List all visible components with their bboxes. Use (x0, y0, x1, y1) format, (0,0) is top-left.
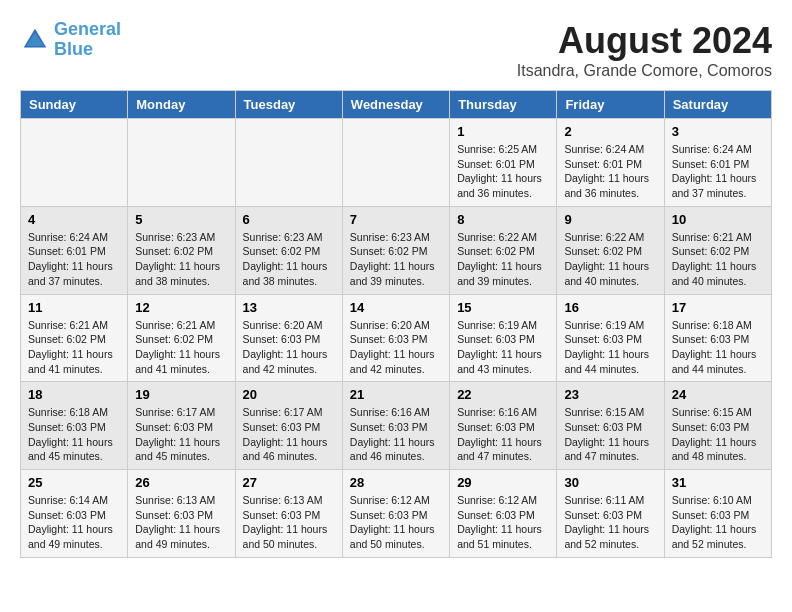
day-number: 31 (672, 475, 764, 490)
calendar-cell: 31Sunrise: 6:10 AMSunset: 6:03 PMDayligh… (664, 470, 771, 558)
day-info: Sunrise: 6:15 AMSunset: 6:03 PMDaylight:… (672, 405, 764, 464)
day-info: Sunrise: 6:13 AMSunset: 6:03 PMDaylight:… (243, 493, 335, 552)
day-info: Sunrise: 6:22 AMSunset: 6:02 PMDaylight:… (457, 230, 549, 289)
day-number: 5 (135, 212, 227, 227)
location: Itsandra, Grande Comore, Comoros (517, 62, 772, 80)
calendar-cell: 3Sunrise: 6:24 AMSunset: 6:01 PMDaylight… (664, 119, 771, 207)
calendar-cell: 8Sunrise: 6:22 AMSunset: 6:02 PMDaylight… (450, 206, 557, 294)
weekday-header-tuesday: Tuesday (235, 91, 342, 119)
calendar-cell: 13Sunrise: 6:20 AMSunset: 6:03 PMDayligh… (235, 294, 342, 382)
day-number: 22 (457, 387, 549, 402)
day-number: 18 (28, 387, 120, 402)
day-info: Sunrise: 6:18 AMSunset: 6:03 PMDaylight:… (28, 405, 120, 464)
day-info: Sunrise: 6:15 AMSunset: 6:03 PMDaylight:… (564, 405, 656, 464)
day-info: Sunrise: 6:24 AMSunset: 6:01 PMDaylight:… (28, 230, 120, 289)
day-info: Sunrise: 6:21 AMSunset: 6:02 PMDaylight:… (672, 230, 764, 289)
day-number: 6 (243, 212, 335, 227)
month-year: August 2024 (517, 20, 772, 62)
day-number: 7 (350, 212, 442, 227)
page-header: General Blue August 2024 Itsandra, Grand… (20, 20, 772, 80)
logo-icon (20, 25, 50, 55)
day-number: 11 (28, 300, 120, 315)
day-number: 13 (243, 300, 335, 315)
day-info: Sunrise: 6:18 AMSunset: 6:03 PMDaylight:… (672, 318, 764, 377)
calendar-cell: 30Sunrise: 6:11 AMSunset: 6:03 PMDayligh… (557, 470, 664, 558)
day-info: Sunrise: 6:12 AMSunset: 6:03 PMDaylight:… (457, 493, 549, 552)
calendar-cell: 28Sunrise: 6:12 AMSunset: 6:03 PMDayligh… (342, 470, 449, 558)
day-info: Sunrise: 6:19 AMSunset: 6:03 PMDaylight:… (564, 318, 656, 377)
weekday-header-sunday: Sunday (21, 91, 128, 119)
calendar-cell: 29Sunrise: 6:12 AMSunset: 6:03 PMDayligh… (450, 470, 557, 558)
calendar-header: SundayMondayTuesdayWednesdayThursdayFrid… (21, 91, 772, 119)
calendar-cell: 24Sunrise: 6:15 AMSunset: 6:03 PMDayligh… (664, 382, 771, 470)
calendar-cell: 14Sunrise: 6:20 AMSunset: 6:03 PMDayligh… (342, 294, 449, 382)
calendar-cell: 10Sunrise: 6:21 AMSunset: 6:02 PMDayligh… (664, 206, 771, 294)
day-number: 29 (457, 475, 549, 490)
day-info: Sunrise: 6:16 AMSunset: 6:03 PMDaylight:… (350, 405, 442, 464)
calendar-cell: 15Sunrise: 6:19 AMSunset: 6:03 PMDayligh… (450, 294, 557, 382)
week-row-4: 18Sunrise: 6:18 AMSunset: 6:03 PMDayligh… (21, 382, 772, 470)
day-info: Sunrise: 6:21 AMSunset: 6:02 PMDaylight:… (28, 318, 120, 377)
calendar-cell (21, 119, 128, 207)
calendar-cell: 7Sunrise: 6:23 AMSunset: 6:02 PMDaylight… (342, 206, 449, 294)
day-info: Sunrise: 6:17 AMSunset: 6:03 PMDaylight:… (135, 405, 227, 464)
week-row-1: 1Sunrise: 6:25 AMSunset: 6:01 PMDaylight… (21, 119, 772, 207)
calendar-cell: 1Sunrise: 6:25 AMSunset: 6:01 PMDaylight… (450, 119, 557, 207)
day-number: 3 (672, 124, 764, 139)
day-info: Sunrise: 6:23 AMSunset: 6:02 PMDaylight:… (350, 230, 442, 289)
day-number: 17 (672, 300, 764, 315)
week-row-5: 25Sunrise: 6:14 AMSunset: 6:03 PMDayligh… (21, 470, 772, 558)
day-number: 9 (564, 212, 656, 227)
calendar-cell: 9Sunrise: 6:22 AMSunset: 6:02 PMDaylight… (557, 206, 664, 294)
day-info: Sunrise: 6:14 AMSunset: 6:03 PMDaylight:… (28, 493, 120, 552)
day-number: 15 (457, 300, 549, 315)
calendar-cell: 16Sunrise: 6:19 AMSunset: 6:03 PMDayligh… (557, 294, 664, 382)
day-number: 19 (135, 387, 227, 402)
title-block: August 2024 Itsandra, Grande Comore, Com… (517, 20, 772, 80)
calendar-cell: 25Sunrise: 6:14 AMSunset: 6:03 PMDayligh… (21, 470, 128, 558)
weekday-header-thursday: Thursday (450, 91, 557, 119)
day-info: Sunrise: 6:11 AMSunset: 6:03 PMDaylight:… (564, 493, 656, 552)
day-info: Sunrise: 6:17 AMSunset: 6:03 PMDaylight:… (243, 405, 335, 464)
calendar-cell (128, 119, 235, 207)
weekday-header-wednesday: Wednesday (342, 91, 449, 119)
day-number: 10 (672, 212, 764, 227)
day-info: Sunrise: 6:20 AMSunset: 6:03 PMDaylight:… (243, 318, 335, 377)
day-number: 4 (28, 212, 120, 227)
day-number: 14 (350, 300, 442, 315)
day-number: 8 (457, 212, 549, 227)
day-number: 28 (350, 475, 442, 490)
calendar-cell: 11Sunrise: 6:21 AMSunset: 6:02 PMDayligh… (21, 294, 128, 382)
day-number: 2 (564, 124, 656, 139)
calendar-cell: 4Sunrise: 6:24 AMSunset: 6:01 PMDaylight… (21, 206, 128, 294)
calendar-cell: 18Sunrise: 6:18 AMSunset: 6:03 PMDayligh… (21, 382, 128, 470)
logo: General Blue (20, 20, 121, 60)
calendar-cell: 20Sunrise: 6:17 AMSunset: 6:03 PMDayligh… (235, 382, 342, 470)
day-info: Sunrise: 6:20 AMSunset: 6:03 PMDaylight:… (350, 318, 442, 377)
day-info: Sunrise: 6:23 AMSunset: 6:02 PMDaylight:… (135, 230, 227, 289)
day-info: Sunrise: 6:24 AMSunset: 6:01 PMDaylight:… (564, 142, 656, 201)
day-number: 26 (135, 475, 227, 490)
day-number: 24 (672, 387, 764, 402)
calendar-cell: 21Sunrise: 6:16 AMSunset: 6:03 PMDayligh… (342, 382, 449, 470)
day-info: Sunrise: 6:16 AMSunset: 6:03 PMDaylight:… (457, 405, 549, 464)
calendar-cell: 26Sunrise: 6:13 AMSunset: 6:03 PMDayligh… (128, 470, 235, 558)
weekday-header-monday: Monday (128, 91, 235, 119)
calendar-cell: 23Sunrise: 6:15 AMSunset: 6:03 PMDayligh… (557, 382, 664, 470)
calendar-table: SundayMondayTuesdayWednesdayThursdayFrid… (20, 90, 772, 558)
day-info: Sunrise: 6:19 AMSunset: 6:03 PMDaylight:… (457, 318, 549, 377)
calendar-cell: 12Sunrise: 6:21 AMSunset: 6:02 PMDayligh… (128, 294, 235, 382)
logo-text: General Blue (54, 20, 121, 60)
day-info: Sunrise: 6:25 AMSunset: 6:01 PMDaylight:… (457, 142, 549, 201)
day-number: 20 (243, 387, 335, 402)
day-number: 30 (564, 475, 656, 490)
calendar-cell: 17Sunrise: 6:18 AMSunset: 6:03 PMDayligh… (664, 294, 771, 382)
day-number: 21 (350, 387, 442, 402)
calendar-cell: 22Sunrise: 6:16 AMSunset: 6:03 PMDayligh… (450, 382, 557, 470)
week-row-3: 11Sunrise: 6:21 AMSunset: 6:02 PMDayligh… (21, 294, 772, 382)
day-number: 23 (564, 387, 656, 402)
calendar-body: 1Sunrise: 6:25 AMSunset: 6:01 PMDaylight… (21, 119, 772, 558)
day-number: 27 (243, 475, 335, 490)
day-number: 1 (457, 124, 549, 139)
calendar-cell (342, 119, 449, 207)
